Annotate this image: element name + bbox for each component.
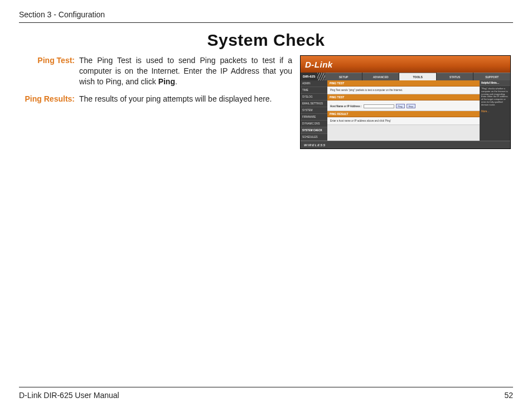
tab-setup[interactable]: SETUP [325,73,362,80]
section-ping-test-form: Host Name or IP Address : Ping Stop [327,100,480,111]
tab-support[interactable]: SUPPORT [473,73,510,80]
center-pane: PING TEST Ping Test sends "ping" packets… [327,80,480,141]
doc-text-post: . [175,77,177,86]
doc-label: Ping Test: [19,55,79,87]
hints-pane: Helpful Hints… "Ping" checks whether a c… [480,80,510,141]
doc-text: The results of your ping attempts will b… [79,94,272,104]
model-row: DIR-625 SETUP ADVANCED TOOLS STATUS SUPP… [301,73,510,80]
slash-decoration [317,73,325,80]
section-ping-result-title: PING RESULT [327,111,480,117]
content-row: Ping Test: The Ping Test is used to send… [19,55,513,149]
sidebar-item-admin[interactable]: ADMIN [301,80,327,87]
hints-title: Helpful Hints… [480,80,510,86]
ping-button[interactable]: Ping [396,104,405,108]
ping-result-desc: Enter a host name or IP address above an… [330,119,477,122]
sidebar-item-email-settings[interactable]: EMAIL SETTINGS [301,100,327,107]
wireless-bar: WIRELESS [301,141,510,148]
section-ping-test-title: PING TEST [327,80,480,87]
footer-page-number: 52 [504,391,513,400]
tab-tools[interactable]: TOOLS [399,73,436,80]
section-ping-result-body: Enter a host name or IP address above an… [327,117,480,125]
doc-text-bold: Ping [158,77,175,86]
page-title: System Check [19,31,513,50]
sidebar-item-firmware[interactable]: FIRMWARE [301,114,327,121]
ping-field-label: Host Name or IP Address : [330,105,362,108]
footer-title: D-Link DIR-625 User Manual [19,391,119,400]
section-ping-test-form-title: PING TEST [327,94,480,100]
doc-item-ping-test: Ping Test: The Ping Test is used to send… [19,55,292,87]
doc-column: Ping Test: The Ping Test is used to send… [19,55,292,111]
sidebar-item-schedules[interactable]: SCHEDULES [301,134,327,141]
ui-body: ADMIN TIME SYSLOG EMAIL SETTINGS SYSTEM … [301,80,510,141]
brand-banner: D-Link [301,56,510,73]
doc-text-pre: The results of your ping attempts will b… [79,94,272,103]
section-header: Section 3 - Configuration [19,10,513,23]
doc-label: Ping Results: [19,94,79,104]
sidebar-item-time[interactable]: TIME [301,87,327,94]
doc-text-pre: The Ping Test is used to send Ping packe… [79,56,292,86]
hints-more-link[interactable]: More… [480,108,510,114]
sidebar-item-system-check[interactable]: SYSTEM CHECK [301,127,327,134]
brand-logo: D-Link [305,60,333,69]
tab-advanced[interactable]: ADVANCED [362,73,399,80]
sidebar-item-system[interactable]: SYSTEM [301,107,327,114]
side-nav: ADMIN TIME SYSLOG EMAIL SETTINGS SYSTEM … [301,80,327,141]
router-ui-screenshot: D-Link DIR-625 SETUP ADVANCED TOOLS STAT… [300,55,511,149]
ping-row: Host Name or IP Address : Ping Stop [330,104,477,108]
sidebar-item-syslog[interactable]: SYSLOG [301,94,327,100]
tab-status[interactable]: STATUS [437,73,473,80]
stop-button[interactable]: Stop [407,104,415,108]
doc-item-ping-results: Ping Results: The results of your ping a… [19,94,292,104]
model-badge: DIR-625 [301,73,317,80]
ping-host-input[interactable] [364,104,394,108]
ping-test-desc: Ping Test sends "ping" packets to test a… [330,89,477,92]
top-tabs: SETUP ADVANCED TOOLS STATUS SUPPORT [325,73,510,80]
doc-text: The Ping Test is used to send Ping packe… [79,55,292,87]
sidebar-item-dynamic-dns[interactable]: DYNAMIC DNS [301,121,327,127]
section-ping-test-body: Ping Test sends "ping" packets to test a… [327,87,480,94]
hints-body: "Ping" checks whether a computer on the … [480,86,510,108]
page-footer: D-Link DIR-625 User Manual 52 [19,387,513,400]
